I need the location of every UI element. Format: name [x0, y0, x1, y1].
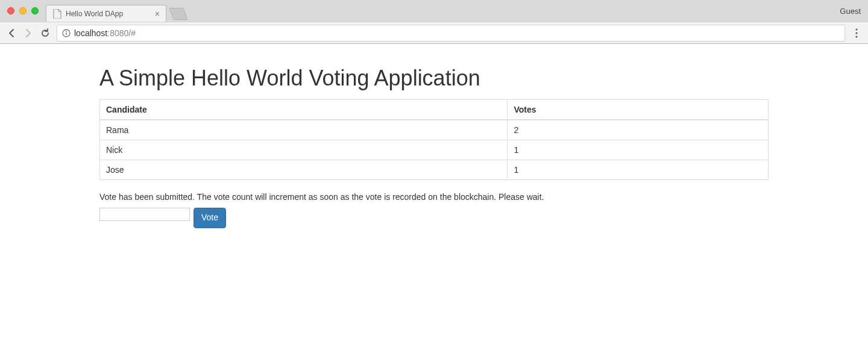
back-button[interactable] [6, 28, 17, 39]
url-host: localhost [74, 28, 107, 38]
vote-button[interactable]: Vote [193, 208, 226, 228]
url-port: :8080 [107, 28, 128, 38]
tab-bar: Hello World DApp × Guest [0, 0, 868, 22]
svg-point-2 [66, 31, 67, 32]
table-row: Rama 2 [100, 120, 769, 140]
cell-candidate: Nick [100, 140, 508, 160]
window-controls [7, 7, 39, 14]
vote-form: Vote [99, 208, 769, 228]
reload-button[interactable] [40, 28, 51, 39]
page-title: A Simple Hello World Voting Application [99, 66, 769, 91]
votes-table: Candidate Votes Rama 2 Nick 1 Jose 1 [99, 99, 769, 180]
table-row: Jose 1 [100, 160, 769, 180]
cell-votes: 2 [508, 120, 769, 140]
browser-toolbar: localhost:8080/# [0, 22, 868, 43]
svg-point-3 [855, 28, 857, 30]
svg-point-4 [855, 32, 857, 34]
tab-title: Hello World DApp [66, 10, 151, 18]
cell-votes: 1 [508, 160, 769, 180]
window-minimize-button[interactable] [19, 7, 27, 14]
site-info-icon[interactable] [62, 29, 71, 37]
browser-chrome: Hello World DApp × Guest localhost:8080/… [0, 0, 868, 44]
status-message: Vote has been submitted. The vote count … [99, 192, 769, 202]
column-header-votes: Votes [508, 100, 769, 120]
new-tab-button[interactable] [169, 8, 187, 20]
cell-votes: 1 [508, 140, 769, 160]
file-icon [52, 9, 62, 19]
tab-close-button[interactable]: × [155, 10, 160, 18]
column-header-candidate: Candidate [100, 100, 508, 120]
menu-button[interactable] [851, 28, 862, 38]
profile-label[interactable]: Guest [840, 7, 861, 16]
forward-button[interactable] [23, 28, 34, 39]
page-content: A Simple Hello World Voting Application … [0, 44, 868, 240]
window-close-button[interactable] [7, 7, 14, 14]
content-container: A Simple Hello World Voting Application … [90, 66, 778, 228]
svg-rect-1 [66, 33, 66, 35]
address-bar[interactable]: localhost:8080/# [57, 25, 845, 42]
svg-point-5 [855, 36, 857, 37]
cell-candidate: Jose [100, 160, 508, 180]
table-row: Nick 1 [100, 140, 769, 160]
browser-tab[interactable]: Hello World DApp × [46, 5, 166, 22]
url-path: /# [128, 28, 136, 38]
window-maximize-button[interactable] [31, 7, 39, 14]
table-header-row: Candidate Votes [100, 100, 769, 120]
url-text: localhost:8080/# [74, 28, 136, 38]
cell-candidate: Rama [100, 120, 508, 140]
candidate-input[interactable] [99, 208, 190, 221]
